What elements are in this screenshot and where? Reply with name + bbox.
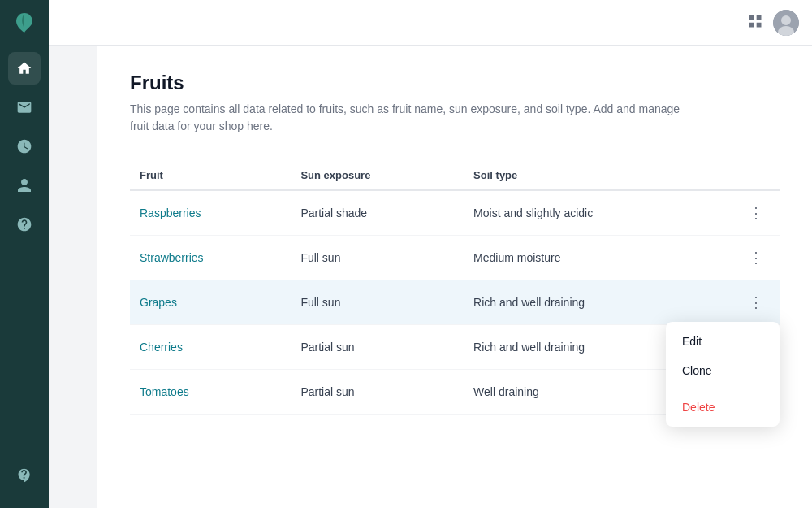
fruit-link[interactable]: Tomatoes: [140, 385, 189, 398]
cell-soil: Rich and well draining: [464, 280, 732, 325]
row-actions-button[interactable]: ⋮: [742, 292, 770, 313]
cell-fruit: Grapes: [130, 280, 291, 325]
main-content: Fruits This page contains all data relat…: [97, 46, 812, 508]
cell-fruit: Raspberries: [130, 190, 291, 236]
fruit-link[interactable]: Raspberries: [140, 206, 201, 219]
cell-fruit: Strawberries: [130, 236, 291, 280]
page-description: This page contains all data related to f…: [130, 101, 682, 135]
sidebar-item-mail[interactable]: [8, 91, 41, 124]
col-soil: Soil type: [464, 161, 732, 190]
sidebar-item-home[interactable]: [8, 52, 41, 85]
cell-soil: Moist and slightly acidic: [464, 190, 732, 236]
sidebar-item-help[interactable]: [8, 208, 41, 241]
menu-divider: [666, 389, 780, 389]
app-logo: [11, 10, 37, 39]
cell-fruit: Cherries: [130, 325, 291, 370]
svg-point-1: [781, 15, 791, 25]
fruit-link[interactable]: Cherries: [140, 341, 183, 354]
cell-sun: Full sun: [291, 280, 464, 325]
table-row: StrawberriesFull sunMedium moisture⋮: [130, 236, 780, 280]
cell-sun: Partial sun: [291, 370, 464, 415]
col-actions: [732, 161, 780, 190]
row-actions-button[interactable]: ⋮: [742, 247, 770, 268]
sidebar-item-support[interactable]: [8, 459, 41, 492]
sidebar: [0, 0, 49, 508]
sidebar-item-user[interactable]: [8, 169, 41, 202]
cell-sun: Full sun: [291, 236, 464, 280]
context-menu: Edit Clone Delete: [666, 322, 780, 427]
topbar: [49, 0, 812, 46]
row-actions-button[interactable]: ⋮: [742, 202, 770, 224]
fruit-link[interactable]: Strawberries: [140, 251, 204, 264]
col-sun: Sun exposure: [291, 161, 464, 190]
fruit-link[interactable]: Grapes: [140, 296, 177, 309]
menu-edit[interactable]: Edit: [666, 327, 780, 356]
grid-view-icon[interactable]: [747, 13, 763, 33]
cell-actions: ⋮: [732, 236, 780, 280]
table-row: GrapesFull sunRich and well draining⋮: [130, 280, 780, 325]
menu-delete[interactable]: Delete: [666, 393, 780, 422]
cell-fruit: Tomatoes: [130, 370, 291, 415]
table-row: RaspberriesPartial shadeMoist and slight…: [130, 190, 780, 236]
col-fruit: Fruit: [130, 161, 291, 190]
sidebar-item-clock[interactable]: [8, 130, 41, 163]
page-title: Fruits: [130, 72, 780, 94]
cell-sun: Partial shade: [291, 190, 464, 236]
cell-actions: ⋮: [732, 280, 780, 325]
cell-actions: ⋮: [732, 190, 780, 236]
menu-clone[interactable]: Clone: [666, 356, 780, 385]
user-avatar[interactable]: [773, 10, 799, 36]
cell-soil: Medium moisture: [464, 236, 732, 280]
cell-sun: Partial sun: [291, 325, 464, 370]
